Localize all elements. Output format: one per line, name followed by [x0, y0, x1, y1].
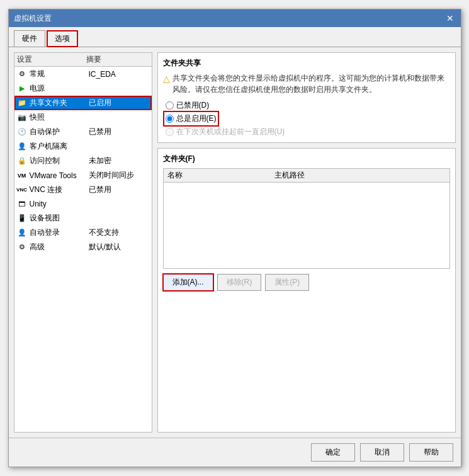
col-name-header: 名称 [164, 169, 271, 183]
item-name-autologin: 自动登录 [30, 227, 89, 238]
folder-table-wrapper: 名称 主机路径 [163, 168, 450, 269]
cancel-button[interactable]: 取消 [360, 443, 404, 462]
guest-isolation-icon: 👤 [17, 142, 27, 152]
add-button[interactable]: 添加(A)... [163, 274, 213, 291]
item-value-autosave: 已禁用 [89, 127, 149, 137]
radio-disabled-label: 已禁用(D) [176, 100, 210, 111]
item-name-autosave: 自动保护 [30, 127, 89, 137]
list-item-power[interactable]: ▶ 电源 [14, 81, 152, 96]
autologin-icon: 👤 [17, 228, 27, 238]
item-name-vmware-tools: VMware Tools [30, 171, 89, 180]
item-value-vnc: 已禁用 [89, 184, 149, 195]
item-value-shared-folder: 已启用 [89, 98, 149, 108]
col-host-path-header: 主机路径 [271, 169, 449, 183]
item-value-autologin: 不受支持 [89, 227, 149, 238]
radio-always-input[interactable] [166, 115, 174, 123]
autosave-icon: 🕐 [17, 127, 27, 137]
warning-icon: △ [163, 72, 170, 95]
item-value-general: IC_EDA [89, 70, 149, 79]
radio-until-label: 在下次关机或挂起前一直启用(U) [176, 127, 285, 137]
item-name-device-view: 设备视图 [30, 213, 89, 224]
list-item-unity[interactable]: 🗖 Unity [14, 197, 152, 211]
list-item-snapshot[interactable]: 📷 快照 [14, 110, 152, 125]
list-item-advanced[interactable]: ⚙ 高级 默认/默认 [14, 240, 152, 254]
advanced-icon: ⚙ [17, 242, 27, 252]
folders-section: 文件夹(F) 名称 主机路径 添加(A)... [157, 148, 456, 433]
remove-button[interactable]: 移除(R) [217, 274, 262, 291]
snapshot-icon: 📷 [17, 113, 27, 123]
folder-sharing-section: 文件夹共享 △ 共享文件夹会将您的文件显示给虚拟机中的程序。这可能为您的计算机和… [157, 52, 456, 143]
list-header: 设置 摘要 [14, 53, 152, 67]
general-icon: ⚙ [17, 69, 27, 79]
col-settings-header: 设置 [17, 54, 86, 65]
list-item-general[interactable]: ⚙ 常规 IC_EDA [14, 67, 152, 81]
list-item-autologin[interactable]: 👤 自动登录 不受支持 [14, 225, 152, 240]
warning-area: △ 共享文件夹会将您的文件显示给虚拟机中的程序。这可能为您的计算机和数据带来风险… [163, 72, 450, 95]
item-name-power: 电源 [30, 83, 89, 94]
properties-button[interactable]: 属性(P) [265, 274, 309, 291]
list-item-vnc[interactable]: VNC VNC 连接 已禁用 [14, 183, 152, 197]
radio-until-input [166, 128, 174, 136]
power-icon: ▶ [17, 84, 27, 94]
item-value-vmware-tools: 关闭时间同步 [89, 170, 149, 181]
left-panel: 设置 摘要 ⚙ 常规 IC_EDA ▶ 电源 📁 [14, 52, 152, 433]
confirm-button[interactable]: 确定 [311, 443, 355, 462]
vmware-tools-icon: VM [17, 171, 27, 181]
unity-icon: 🗖 [17, 199, 27, 209]
radio-always-label: 总是启用(E) [176, 113, 217, 124]
sharing-radio-group: 已禁用(D) 总是启用(E) 在下次关机或挂起前一直启用(U) [166, 100, 450, 137]
list-item-device-view[interactable]: 📱 设备视图 [14, 211, 152, 225]
col-summary-header: 摘要 [86, 54, 149, 65]
folders-title: 文件夹(F) [163, 154, 450, 164]
folder-table: 名称 主机路径 [164, 169, 449, 183]
bottom-bar: 确定 取消 帮助 [9, 438, 461, 467]
item-value-access-control: 未加密 [89, 156, 149, 166]
folder-buttons: 添加(A)... 移除(R) 属性(P) [163, 274, 450, 291]
help-button[interactable]: 帮助 [409, 443, 453, 462]
main-content: 设置 摘要 ⚙ 常规 IC_EDA ▶ 电源 📁 [9, 47, 461, 438]
item-name-general: 常规 [30, 69, 89, 79]
list-item-access-control[interactable]: 🔒 访问控制 未加密 [14, 154, 152, 168]
list-item-autosave[interactable]: 🕐 自动保护 已禁用 [14, 125, 152, 139]
radio-disabled-input[interactable] [166, 101, 174, 110]
main-window: 虚拟机设置 ✕ 硬件 选项 设置 摘要 ⚙ 常规 IC_EDA [8, 9, 461, 467]
warning-message: 共享文件夹会将您的文件显示给虚拟机中的程序。这可能为您的计算机和数据带来风险。请… [172, 72, 450, 95]
tab-bar: 硬件 选项 [9, 27, 461, 47]
shared-folder-icon: 📁 [17, 98, 27, 108]
item-name-unity: Unity [30, 200, 89, 208]
item-name-guest-isolation: 客户机隔离 [30, 141, 89, 152]
right-panel: 文件夹共享 △ 共享文件夹会将您的文件显示给虚拟机中的程序。这可能为您的计算机和… [157, 52, 456, 433]
vnc-icon: VNC [17, 185, 27, 195]
item-name-access-control: 访问控制 [30, 156, 89, 166]
item-name-advanced: 高级 [30, 242, 89, 252]
title-bar: 虚拟机设置 ✕ [9, 9, 461, 27]
list-item-shared-folder[interactable]: 📁 共享文件夹 已启用 [14, 96, 152, 110]
folder-sharing-title: 文件夹共享 [163, 58, 450, 69]
item-name-snapshot: 快照 [30, 112, 89, 123]
radio-disabled[interactable]: 已禁用(D) [166, 100, 450, 111]
item-name-vnc: VNC 连接 [30, 184, 89, 195]
access-control-icon: 🔒 [17, 156, 27, 166]
device-view-icon: 📱 [17, 213, 27, 224]
item-value-advanced: 默认/默认 [89, 242, 149, 252]
item-name-shared-folder: 共享文件夹 [30, 98, 89, 108]
window-title: 虚拟机设置 [14, 13, 52, 24]
close-button[interactable]: ✕ [444, 13, 456, 24]
tab-hardware[interactable]: 硬件 [14, 30, 45, 47]
tab-options[interactable]: 选项 [47, 30, 78, 47]
settings-list: ⚙ 常规 IC_EDA ▶ 电源 📁 共享文件夹 已启用 [14, 67, 152, 432]
radio-until-off[interactable]: 在下次关机或挂起前一直启用(U) [166, 127, 450, 137]
list-item-guest-isolation[interactable]: 👤 客户机隔离 [14, 139, 152, 154]
list-item-vmware-tools[interactable]: VM VMware Tools 关闭时间同步 [14, 168, 152, 183]
radio-always[interactable]: 总是启用(E) [166, 113, 217, 124]
